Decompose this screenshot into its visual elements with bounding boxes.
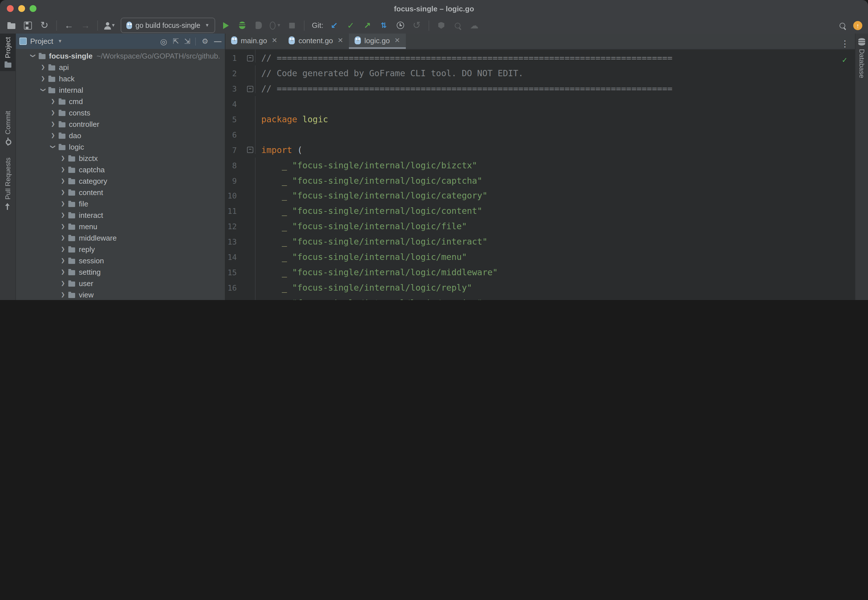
git-fetch-button[interactable]: ⇅ <box>378 20 389 31</box>
tree-chevron-icon[interactable]: ❯ <box>50 121 56 127</box>
stripe-item-commit[interactable]: Commit <box>0 108 15 148</box>
profiler-button[interactable]: ▼ <box>270 20 281 31</box>
expand-all-button[interactable]: ⇱ <box>173 37 178 45</box>
fold-marker-down-icon[interactable]: − <box>247 147 253 153</box>
panel-settings-button[interactable]: ⚙ <box>202 37 208 45</box>
tree-chevron-icon[interactable]: ❯ <box>59 269 66 275</box>
tree-chevron-icon[interactable]: ❯ <box>50 110 56 115</box>
git-push-button[interactable]: ↗ <box>362 20 373 31</box>
profile-menu-button[interactable]: ▼ <box>104 20 116 31</box>
tree-row-menu[interactable]: ❯menu <box>16 221 225 232</box>
close-window-button[interactable] <box>7 5 14 12</box>
tree-row-internal[interactable]: ❯internal <box>16 84 225 95</box>
line-number: 11 <box>225 207 237 216</box>
fold-marker-up-icon[interactable]: − <box>247 86 253 92</box>
tree-row-api[interactable]: ❯api <box>16 61 225 73</box>
tree-chevron-icon[interactable]: ❯ <box>40 64 46 70</box>
tree-item-label: middleware <box>79 233 117 242</box>
find-usages-button[interactable] <box>452 20 463 31</box>
tree-row-focus-single[interactable]: ❯focus-single~/Workspace/Go/GOPATH/src/g… <box>16 50 225 61</box>
back-button[interactable]: ← <box>63 20 74 31</box>
tree-row-view[interactable]: ❯view <box>16 289 225 300</box>
security-shield-button[interactable] <box>435 20 447 31</box>
tree-row-dao[interactable]: ❯dao <box>16 130 225 141</box>
undo-button[interactable]: ↺ <box>411 20 422 31</box>
tree-chevron-icon[interactable]: ❯ <box>59 246 66 252</box>
tree-chevron-icon[interactable]: ❯ <box>50 143 56 150</box>
tab-options-icon[interactable]: ⋮ <box>835 39 855 49</box>
tree-chevron-icon[interactable]: ❯ <box>59 167 66 172</box>
tree-row-interact[interactable]: ❯interact <box>16 209 225 221</box>
save-all-button[interactable] <box>22 20 33 31</box>
tree-row-setting[interactable]: ❯setting <box>16 266 225 277</box>
project-tool-window-icon <box>19 38 27 45</box>
maximize-window-button[interactable] <box>30 5 36 12</box>
tree-row-content[interactable]: ❯content <box>16 186 225 198</box>
forward-button[interactable]: → <box>80 20 91 31</box>
debug-button[interactable] <box>237 20 248 31</box>
editor-tab-content-go[interactable]: content.go✕ <box>283 33 349 49</box>
tree-item-icon <box>48 87 55 93</box>
tree-chevron-icon[interactable]: ❯ <box>59 189 66 195</box>
locate-file-button[interactable]: ◎ <box>160 37 167 46</box>
close-tab-icon[interactable]: ✕ <box>337 36 343 44</box>
tree-chevron-icon[interactable]: ❯ <box>59 201 66 206</box>
tree-row-file[interactable]: ❯file <box>16 198 225 209</box>
code-line-14: 14 _ "focus-single/internal/logic/menu" <box>225 249 855 265</box>
tree-row-cmd[interactable]: ❯cmd <box>16 95 225 107</box>
tree-row-middleware[interactable]: ❯middleware <box>16 232 225 243</box>
git-update-button[interactable]: ↙ <box>328 20 340 31</box>
project-panel-header[interactable]: Project ▼ ◎ ⇱ ⇲ ⚙ — <box>16 33 225 49</box>
tree-row-session[interactable]: ❯session <box>16 255 225 266</box>
tree-row-hack[interactable]: ❯hack <box>16 73 225 84</box>
tree-row-user[interactable]: ❯user <box>16 277 225 289</box>
tree-chevron-icon[interactable]: ❯ <box>59 155 66 161</box>
tree-row-logic[interactable]: ❯logic <box>16 141 225 152</box>
tree-chevron-icon[interactable]: ❯ <box>59 224 66 229</box>
tree-row-reply[interactable]: ❯reply <box>16 243 225 255</box>
tree-chevron-icon[interactable]: ❯ <box>30 52 36 59</box>
tree-row-controller[interactable]: ❯controller <box>16 118 225 130</box>
tree-chevron-icon[interactable]: ❯ <box>50 98 56 104</box>
stripe-item-project[interactable]: Project <box>0 33 15 71</box>
collapse-all-button[interactable]: ⇲ <box>184 37 190 45</box>
hide-panel-button[interactable]: — <box>214 37 221 45</box>
tree-chevron-icon[interactable]: ❯ <box>50 132 56 138</box>
tree-chevron-icon[interactable]: ❯ <box>59 280 66 286</box>
tree-row-captcha[interactable]: ❯captcha <box>16 164 225 175</box>
coverage-button[interactable] <box>253 20 265 31</box>
tree-chevron-icon[interactable]: ❯ <box>40 86 46 93</box>
search-everywhere-button[interactable] <box>837 20 848 31</box>
run-configuration-select[interactable]: go build focus-single ▼ <box>121 18 215 33</box>
cloud-button[interactable]: ☁ <box>468 20 480 31</box>
close-tab-icon[interactable]: ✕ <box>394 36 400 44</box>
editor-tab-logic-go[interactable]: logic.go✕ <box>349 33 406 49</box>
tree-row-consts[interactable]: ❯consts <box>16 107 225 118</box>
stripe-item-pull-requests[interactable]: Pull Requests <box>0 154 15 213</box>
run-button[interactable] <box>220 20 232 31</box>
tree-chevron-icon[interactable]: ❯ <box>59 292 66 297</box>
folder-icon <box>68 292 75 298</box>
inspection-ok-icon[interactable]: ✓ <box>842 55 847 64</box>
tree-chevron-icon[interactable]: ❯ <box>59 212 66 218</box>
code-editor[interactable]: ✓ 1−// =================================… <box>225 50 855 300</box>
line-number: 13 <box>225 237 237 246</box>
tree-row-category[interactable]: ❯category <box>16 175 225 186</box>
open-folder-button[interactable] <box>6 20 17 31</box>
tree-row-bizctx[interactable]: ❯bizctx <box>16 152 225 164</box>
close-tab-icon[interactable]: ✕ <box>272 36 277 44</box>
git-commit-button[interactable]: ✓ <box>345 20 356 31</box>
stop-button[interactable] <box>286 20 298 31</box>
stripe-item-database[interactable]: Database <box>856 35 868 82</box>
pr-icon <box>5 203 11 210</box>
history-button[interactable] <box>394 20 406 31</box>
tree-chevron-icon[interactable]: ❯ <box>59 178 66 184</box>
fold-marker-down-icon[interactable]: − <box>247 55 253 61</box>
minimize-window-button[interactable] <box>18 5 25 12</box>
editor-tab-main-go[interactable]: main.go✕ <box>225 33 283 49</box>
tree-chevron-icon[interactable]: ❯ <box>59 258 66 263</box>
sync-button[interactable]: ↻ <box>39 20 50 31</box>
update-available-badge[interactable]: ↑ <box>853 21 862 30</box>
tree-chevron-icon[interactable]: ❯ <box>59 235 66 241</box>
tree-chevron-icon[interactable]: ❯ <box>40 76 46 81</box>
